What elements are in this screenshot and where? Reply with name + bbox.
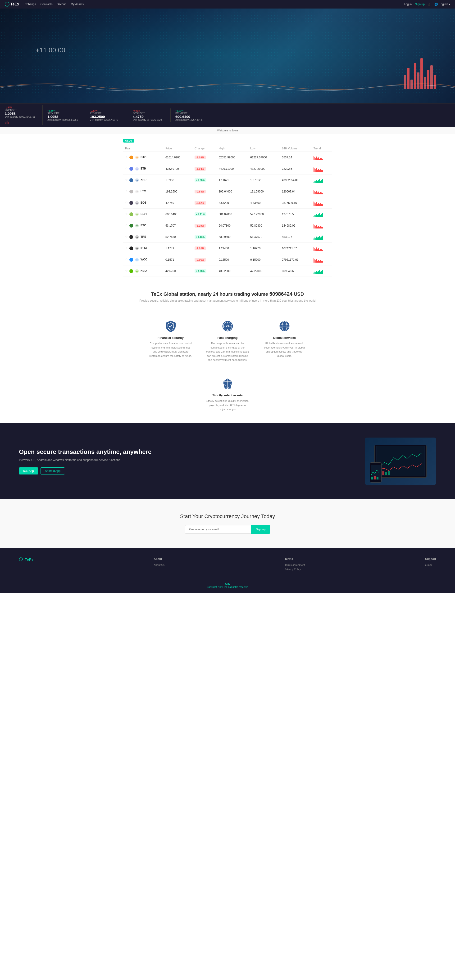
coin-vol-6: 144989.06: [280, 220, 311, 231]
stats-subtitle: Provide secure, reliable digital axet tr…: [5, 299, 450, 302]
footer-link-about-us[interactable]: About Us: [154, 563, 164, 566]
hero-section: +11,00.00: [0, 8, 455, 103]
coin-price-9: 0.1571: [163, 254, 193, 266]
svg-rect-49: [388, 471, 390, 475]
nav-exchange[interactable]: Exchange: [24, 3, 36, 6]
coin-high-9: 0.15500: [217, 254, 248, 266]
favorite-star-10[interactable]: ☆: [125, 269, 128, 272]
language-selector[interactable]: 🌐 English ▾: [434, 3, 450, 6]
favorite-star-4[interactable]: ☆: [125, 201, 128, 204]
coin-vol-4: 2876526.16: [280, 197, 311, 208]
cta-title: Start Your Cryptocurrency Journey Today: [5, 513, 450, 519]
feature-financial-security: Financial security Comprehensive financi…: [149, 319, 192, 362]
ticker-pair-0: XRP/USDT: [5, 109, 38, 111]
coin-icon-0: [129, 156, 133, 159]
coin-name-0[interactable]: BTC: [140, 156, 147, 159]
coin-name-2[interactable]: XRP: [140, 178, 147, 181]
coin-high-10: 43.32000: [217, 266, 248, 277]
table-row: ☆ TRB TRB 52.7450 +0.13% 53.89600 51.476…: [123, 231, 332, 243]
diamond-icon: [220, 377, 235, 391]
favorite-star-9[interactable]: ☆: [125, 258, 128, 261]
svg-text:NEO: NEO: [136, 270, 138, 272]
usdt-badge[interactable]: USDT: [123, 139, 134, 143]
coin-icon-7: [129, 235, 133, 239]
nav-second[interactable]: Second: [57, 3, 67, 6]
coin-name-3[interactable]: LTC: [140, 190, 146, 193]
clock24-icon: 24: [220, 319, 235, 333]
table-row: ☆ ETH ETH 4352.9700 -1.04% 4409.71000 43…: [123, 163, 332, 175]
feature-title-2: Global services: [263, 336, 306, 339]
favorite-star-7[interactable]: ☆: [125, 235, 128, 239]
hero-price-overlay: +11,00.00: [35, 46, 65, 54]
coin-price-1: 4352.9700: [163, 163, 193, 175]
coin-low-5: 597.22000: [248, 208, 280, 220]
favorite-star-6[interactable]: ☆: [125, 224, 128, 227]
coin-name-10[interactable]: NEO: [140, 269, 147, 272]
nav-myassets[interactable]: My Assets: [71, 3, 84, 6]
android-app-button[interactable]: Android App: [40, 468, 65, 474]
favorite-star-8[interactable]: ☆: [125, 247, 128, 250]
feature-title-0: Financial security: [149, 336, 192, 339]
signup-button[interactable]: Sign up: [251, 525, 270, 534]
coin-price-3: 193.2500: [163, 186, 193, 197]
coin-name-5[interactable]: BCH: [140, 212, 147, 216]
favorite-star-0[interactable]: ☆: [125, 156, 128, 159]
signup-link[interactable]: Sign up: [415, 3, 425, 6]
coin-high-8: 1.21400: [217, 243, 248, 254]
coin-low-8: 1.16770: [248, 243, 280, 254]
coin-high-6: 54.07300: [217, 220, 248, 231]
coin-low-9: 0.15200: [248, 254, 280, 266]
coin-name-6[interactable]: ETC: [140, 224, 146, 227]
login-link[interactable]: Log in: [404, 3, 412, 6]
coin-badge-1: ETH: [135, 167, 139, 171]
feature-desc-2: Global business services network coverag…: [263, 341, 306, 358]
coin-vol-1: 72292.57: [280, 163, 311, 175]
favorite-star-2[interactable]: ☆: [125, 178, 128, 181]
ticker-price-3: 4.4759: [133, 115, 166, 119]
email-input[interactable]: [185, 525, 251, 534]
ios-app-button[interactable]: IOS App: [19, 468, 38, 474]
coin-icon-8: [129, 247, 133, 250]
svg-rect-48: [385, 472, 387, 475]
nav-contracts[interactable]: Contracts: [40, 3, 53, 6]
coin-name-4[interactable]: EOS: [140, 201, 147, 204]
footer-logo: T TeEx: [19, 557, 34, 562]
footer-link-privacy-policy[interactable]: Privacy Policy: [284, 568, 305, 571]
svg-text:XRP: XRP: [136, 180, 138, 181]
svg-text:EOS: EOS: [136, 202, 138, 204]
coin-name-9[interactable]: WCC: [140, 258, 147, 261]
favorite-star-1[interactable]: ☆: [125, 167, 128, 170]
shield-icon: [163, 319, 178, 333]
app-title: Open secure transactions anytime, anywhe…: [19, 448, 356, 456]
cta-form: Sign up: [5, 525, 450, 534]
svg-text:BTC: BTC: [136, 157, 138, 158]
svg-rect-54: [377, 477, 378, 479]
feature-desc-1: Recharge withdrawal can be completed in …: [206, 341, 249, 362]
svg-rect-53: [374, 476, 376, 479]
coin-high-2: 1.11671: [217, 175, 248, 186]
coin-name-1[interactable]: ETH: [140, 167, 146, 170]
coin-badge-2: XRP: [135, 178, 139, 182]
coin-low-4: 4.43400: [248, 197, 280, 208]
logo[interactable]: T TeEx: [5, 2, 19, 6]
favorite-star-3[interactable]: ☆: [125, 190, 128, 193]
coin-change-3: -0.53%: [195, 190, 206, 193]
table-row: ☆ BCH BCH 600.6400 +1.91% 601.02000 597.…: [123, 208, 332, 220]
footer-link-terms-agreement[interactable]: Terms agreement: [284, 563, 305, 566]
stats-prefix: TeEx Global station, nearly 24 hours tra…: [151, 291, 268, 297]
favorite-star-5[interactable]: ☆: [125, 212, 128, 216]
coin-price-10: 42.6700: [163, 266, 193, 277]
coin-icon-4: [129, 201, 133, 205]
coin-vol-0: 5537.14: [280, 152, 311, 163]
nav-right: Log in Sign up 🖨 🌐 English ▾: [404, 3, 450, 6]
coin-name-8[interactable]: IOTA: [140, 247, 147, 250]
feature-title-1: Fast charging: [206, 336, 249, 339]
footer-col-terms: Terms Terms agreement Privacy Policy: [284, 557, 305, 572]
coin-icon-3: [129, 190, 133, 193]
feature-desc-0: Comprehensive financial risk control sys…: [149, 341, 192, 358]
coin-name-7[interactable]: TRB: [140, 235, 147, 239]
coin-trend-1: [313, 165, 323, 172]
footer-link-email[interactable]: e-mail: [425, 563, 436, 566]
coin-low-6: 52.80300: [248, 220, 280, 231]
ticker-price-2: 193.2500: [90, 115, 123, 119]
